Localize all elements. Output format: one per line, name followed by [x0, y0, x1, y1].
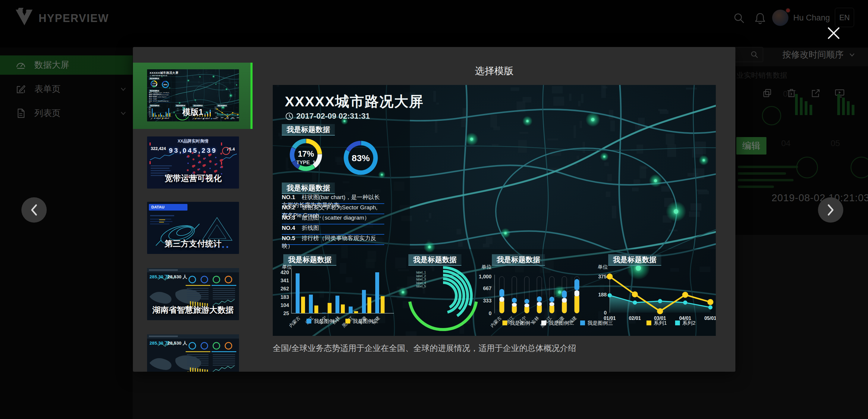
svg-text:0: 0 [604, 310, 607, 316]
clock-icon [150, 75, 151, 76]
svg-text:内蒙古: 内蒙古 [489, 315, 502, 328]
svg-text:单位: 单位 [282, 264, 292, 270]
template-item[interactable]: DATAU 第三方支付统计 [147, 202, 239, 254]
next-button[interactable] [818, 197, 843, 223]
chevron-left-icon [29, 203, 39, 217]
donut-value: 17% [288, 150, 324, 159]
svg-text:内蒙古: 内蒙古 [288, 315, 301, 328]
svg-text:1,000: 1,000 [478, 274, 492, 280]
template-item[interactable]: 湖南省智慧旅游大数据 285.30 万28,530 人 [147, 268, 239, 320]
ranking-row: NO.1柱状图(bar chart)，是一种以长方形的长度为变量的表 [149, 92, 170, 94]
svg-text:我是图例二: 我是图例二 [549, 320, 574, 326]
svg-text:我是图例一: 我是图例一 [156, 118, 161, 119]
preview-title: XXXXX城市路况大屏 [150, 71, 179, 75]
svg-text:333: 333 [483, 298, 492, 303]
ranking-row: NO.3散点图（scatter diagram） [282, 214, 384, 224]
thumb-stat: 28,530 人 [167, 341, 187, 346]
template-name: 宽带运营可视化 [147, 173, 239, 184]
ranking-row: NO.1柱状图(bar chart)，是一种以长方形的长度为变量的表 [282, 193, 384, 204]
svg-text:单位: 单位 [481, 264, 492, 270]
svg-text:我是图例三: 我是图例三 [587, 320, 613, 326]
svg-text:183: 183 [281, 294, 289, 300]
svg-text:375: 375 [598, 274, 607, 280]
svg-text:label_3: label_3 [416, 278, 426, 281]
template-name: 模版1 [133, 107, 253, 118]
template-list: XXXXX城市路况大屏 2017-02-09 02:31:31 我是标题数据 我… [133, 47, 253, 372]
ranking-row: NO.3散点图（scatter diagram） [149, 96, 170, 98]
donut-value: 17% [150, 83, 158, 84]
close-button[interactable] [827, 26, 841, 40]
donut-value: 83% [161, 84, 169, 86]
svg-text:188: 188 [598, 292, 607, 298]
svg-text:341: 341 [281, 278, 289, 284]
ranking-row: NO.4折线图 [282, 224, 384, 235]
svg-text:104: 104 [281, 302, 289, 308]
template-item-selected[interactable]: XXXXX城市路况大屏 2017-02-09 02:31:31 我是标题数据 我… [133, 63, 253, 129]
section-header: 我是标题数据 [149, 77, 160, 80]
preview-datetime: 2017-02-09 02:31:31 [150, 75, 167, 76]
svg-text:我是图例二: 我是图例二 [204, 118, 210, 119]
svg-text:label_2: label_2 [416, 275, 426, 278]
close-icon [827, 26, 841, 40]
template-name: 第三方支付统计 [147, 238, 239, 249]
svg-text:420: 420 [281, 269, 289, 275]
template-item[interactable]: 285.30 万28,530 人 [147, 334, 239, 372]
svg-text:label_5: label_5 [416, 285, 426, 288]
svg-text:我是图例一: 我是图例一 [510, 320, 535, 326]
svg-text:262: 262 [281, 286, 289, 292]
modal-title: 选择模版 [273, 64, 716, 78]
template-item[interactable]: XX品牌实时舆情 322,424 93,045,239 76.4 宽带运营可视化 [147, 136, 239, 189]
svg-text:25: 25 [283, 311, 289, 316]
svg-text:label_4: label_4 [416, 281, 426, 285]
template-description: 全国/全球业务态势适用于企业在全国、全球的进展情况，适用于企业的总体概况介绍 [273, 343, 716, 354]
template-modal: XXXXX城市路况大屏 2017-02-09 02:31:31 我是标题数据 我… [133, 47, 735, 372]
app-root: HYPERVIEW Hu Chang EN 数据大屏 [0, 0, 868, 419]
ranking-row: NO.2饼图英文学名为Sector Graph, 有名Pie Graph。 [149, 94, 170, 96]
svg-text:系列2: 系列2 [682, 320, 695, 326]
svg-text:05/01: 05/01 [704, 316, 716, 321]
svg-text:0: 0 [489, 311, 492, 316]
chevron-right-icon [826, 203, 836, 217]
ranking-row: NO.5排行榜（同类事物客观实力反映） [282, 234, 384, 245]
donut-value: 83% [343, 153, 379, 163]
ranking-row: NO.5排行榜（同类事物客观实力反映） [149, 100, 170, 102]
donut-type-label: TYPE_1 [150, 85, 158, 86]
ranking-row: NO.2饼图英文学名为Sector Graph, 有名Pie Graph。 [282, 204, 384, 214]
selected-indicator-bar [250, 63, 253, 129]
svg-text:系列1: 系列1 [654, 320, 667, 326]
thumb-stat: 285.30 万 [150, 274, 169, 280]
svg-text:我是图例二: 我是图例二 [164, 118, 169, 119]
svg-text:系列1: 系列1 [226, 118, 229, 119]
svg-text:我是图例一: 我是图例一 [314, 318, 339, 324]
template-preview: XXXXX城市路况大屏 2017-02-09 02:31:31 我是标题数据 我… [273, 85, 716, 336]
svg-text:系列2: 系列2 [232, 118, 235, 119]
section-header: 我是标题数据 [149, 90, 160, 92]
svg-text:单位: 单位 [598, 264, 608, 270]
template-name: 湖南省智慧旅游大数据 [147, 304, 239, 315]
thumb-stat: 28,530 人 [167, 274, 187, 280]
svg-text:02/01: 02/01 [629, 316, 641, 321]
svg-text:label_1: label_1 [416, 271, 426, 274]
thumb-stat: 285.30 万 [150, 341, 169, 346]
svg-text:我是图例一: 我是图例一 [196, 118, 202, 119]
svg-text:667: 667 [483, 286, 492, 291]
svg-text:我是图例三: 我是图例三 [213, 118, 218, 119]
svg-text:01/01: 01/01 [604, 316, 616, 321]
svg-text:我是图例二: 我是图例二 [352, 318, 378, 324]
donut-type-label: TYPE_1 [288, 160, 324, 166]
ranking-row: NO.4折线图 [149, 98, 170, 100]
previous-button[interactable] [22, 197, 47, 223]
